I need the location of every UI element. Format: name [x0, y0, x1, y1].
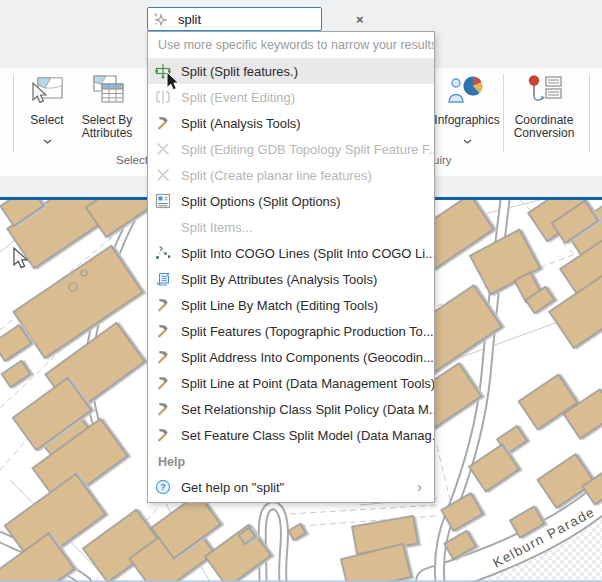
search-result-item[interactable]: Split Line at Point (Data Management Too…: [148, 370, 434, 396]
hammer-icon: [155, 323, 171, 339]
hammer-icon: [155, 297, 171, 313]
search-result-item[interactable]: Split Address Into Components (Geocodin.…: [148, 344, 434, 370]
search-hint: Use more specific keywords to narrow you…: [148, 32, 434, 58]
search-result-label: Split Items...: [181, 220, 253, 235]
search-result-item: Split Items...: [148, 214, 434, 240]
search-result-item: Split (Event Editing): [148, 84, 434, 110]
search-result-item[interactable]: Split (Analysis Tools): [148, 110, 434, 136]
search-result-item: Split (Editing GDB Topology Split Featur…: [148, 136, 434, 162]
select-button[interactable]: Select: [18, 71, 76, 148]
hammer-icon: [155, 375, 171, 391]
hammer-icon: [155, 349, 171, 365]
command-search-box[interactable]: ×: [147, 7, 322, 31]
select-button-label: Select: [30, 114, 63, 127]
search-result-label: Split Options (Split Options): [181, 194, 341, 209]
search-result-label: Split Address Into Components (Geocodin.…: [181, 350, 434, 365]
search-result-label: Split (Split features.): [181, 64, 298, 79]
help-icon: ?: [155, 479, 171, 495]
cogo-icon: [155, 245, 171, 261]
search-result-label: Split Line By Match (Editing Tools): [181, 298, 378, 313]
search-results-list: Split (Split features.)Split (Event Edit…: [148, 58, 434, 448]
script-icon: [155, 271, 171, 287]
command-search-icon: [153, 12, 168, 27]
search-result-label: Split (Editing GDB Topology Split Featur…: [181, 142, 434, 157]
ribbon-separator: [13, 74, 14, 152]
search-result-label: Set Relationship Class Split Policy (Dat…: [181, 402, 434, 417]
search-result-label: Split Into COGO Lines (Split Into COGO L…: [181, 246, 434, 261]
search-result-label: Split (Create planar line features): [181, 168, 372, 183]
svg-text:?: ?: [160, 481, 166, 492]
search-result-label: Set Feature Class Split Model (Data Mana…: [181, 428, 434, 443]
coordinate-conversion-icon: [524, 71, 564, 111]
select-tool-icon: [29, 71, 65, 111]
search-result-item[interactable]: Split Into COGO Lines (Split Into COGO L…: [148, 240, 434, 266]
split-x-icon: [155, 167, 171, 183]
search-result-label: Split (Event Editing): [181, 90, 295, 105]
search-result-item[interactable]: Split Features (Topographic Production T…: [148, 318, 434, 344]
get-help-item[interactable]: ? Get help on "split" ›: [148, 474, 434, 500]
arcgis-pro-window: Select Select By Attributes: [0, 0, 602, 582]
split-x-icon: [155, 141, 171, 157]
chevron-right-icon: ›: [417, 479, 422, 495]
hammer-icon: [155, 427, 171, 443]
hammer-icon: [155, 401, 171, 417]
search-results-dropdown: Use more specific keywords to narrow you…: [147, 31, 435, 503]
search-result-item[interactable]: Split By Attributes (Analysis Tools): [148, 266, 434, 292]
search-result-label: Split Features (Topographic Production T…: [181, 324, 434, 339]
ribbon-separator: [589, 74, 590, 152]
infographics-button[interactable]: Infographics: [428, 71, 506, 148]
coordinate-conversion-button[interactable]: Coordinate Conversion: [508, 71, 580, 141]
search-result-label: Split (Analysis Tools): [181, 116, 301, 131]
menu-cursor-icon: [166, 72, 181, 93]
hammer-icon: [155, 115, 171, 131]
select-by-attributes-icon: [88, 71, 126, 111]
search-result-item[interactable]: Set Feature Class Split Model (Data Mana…: [148, 422, 434, 448]
search-input[interactable]: [176, 11, 356, 28]
search-result-label: Split By Attributes (Analysis Tools): [181, 272, 377, 287]
search-result-item[interactable]: Split Options (Split Options): [148, 188, 434, 214]
clear-search-icon[interactable]: ×: [356, 13, 364, 26]
search-result-item[interactable]: Split (Split features.): [148, 58, 434, 84]
get-help-label: Get help on "split": [181, 480, 284, 495]
chevron-down-icon: [463, 130, 472, 148]
infographics-icon: [447, 71, 487, 111]
select-by-attributes-button[interactable]: Select By Attributes: [76, 71, 138, 141]
search-result-label: Split Line at Point (Data Management Too…: [181, 376, 434, 391]
search-result-item[interactable]: Split Line By Match (Editing Tools): [148, 292, 434, 318]
help-section-header: Help: [148, 450, 434, 474]
select-by-attributes-label: Select By Attributes: [76, 114, 138, 141]
search-result-item[interactable]: Set Relationship Class Split Policy (Dat…: [148, 396, 434, 422]
coordinate-conversion-label: Coordinate Conversion: [508, 114, 580, 141]
options-icon: [155, 193, 171, 209]
search-result-item: Split (Create planar line features): [148, 162, 434, 188]
chevron-down-icon: [43, 130, 52, 148]
infographics-label: Infographics: [434, 114, 499, 127]
none-icon: [155, 219, 171, 235]
